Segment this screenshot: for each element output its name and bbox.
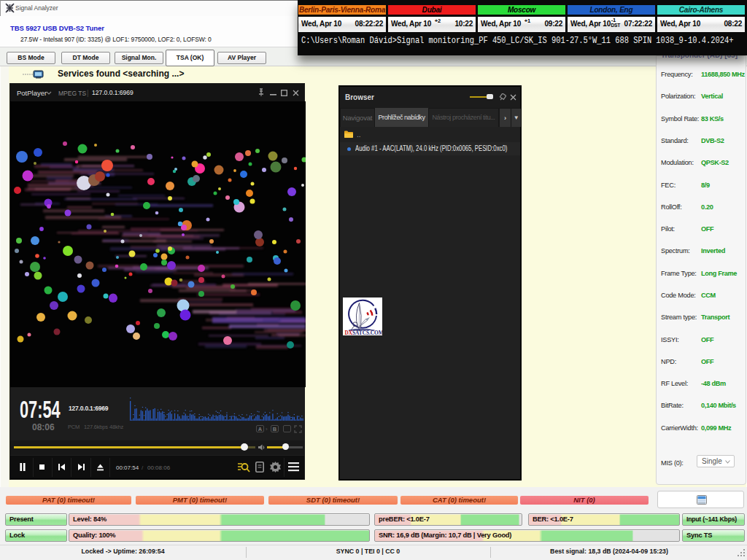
svg-text:SATCS.COM: SATCS.COM: [352, 330, 382, 336]
